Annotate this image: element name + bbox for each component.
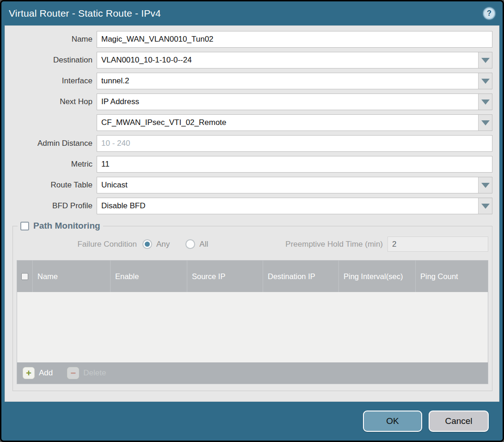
col-header-enable[interactable]: Enable xyxy=(111,261,187,292)
metric-field-wrap xyxy=(97,156,492,173)
admin-distance-label: Admin Distance xyxy=(5,139,97,148)
col-header-source-ip[interactable]: Source IP xyxy=(187,261,263,292)
add-button[interactable]: Add xyxy=(39,368,53,378)
destination-field-wrap xyxy=(97,52,492,68)
path-monitoring-checkbox[interactable] xyxy=(20,222,29,230)
chevron-down-icon xyxy=(481,183,490,188)
select-all-checkbox[interactable] xyxy=(21,273,28,280)
delete-icon: − xyxy=(67,367,79,379)
route-table-input[interactable] xyxy=(97,177,478,193)
path-monitoring-legend: Path Monitoring xyxy=(18,221,103,231)
interface-field-wrap xyxy=(97,73,492,89)
radio-option-all[interactable]: All xyxy=(185,239,208,249)
chevron-down-icon xyxy=(481,120,490,125)
next-hop-label: Next Hop xyxy=(5,97,97,106)
row-destination: Destination xyxy=(5,52,492,68)
cancel-button[interactable]: Cancel xyxy=(429,411,489,432)
interface-label: Interface xyxy=(5,76,97,86)
preemptive-hold-time-group: Preemptive Hold Time (min) xyxy=(285,237,488,252)
row-next-hop: Next Hop xyxy=(5,93,492,110)
next-hop-address-dropdown-button[interactable] xyxy=(478,115,492,131)
help-icon[interactable]: ? xyxy=(483,7,495,19)
next-hop-address-input[interactable] xyxy=(97,115,478,131)
select-all-cell xyxy=(17,261,33,292)
metric-input[interactable] xyxy=(97,156,492,172)
dialog-frame: Virtual Router - Static Route - IPv4 ? N… xyxy=(1,1,503,441)
dialog-titlebar: Virtual Router - Static Route - IPv4 ? xyxy=(1,1,503,25)
route-table-dropdown-button[interactable] xyxy=(478,177,492,193)
row-bfd-profile: BFD Profile xyxy=(5,198,492,214)
name-input[interactable] xyxy=(97,31,492,47)
next-hop-dropdown-button[interactable] xyxy=(478,94,492,110)
col-header-destination-ip[interactable]: Destination IP xyxy=(263,261,339,292)
preemptive-hold-time-input[interactable] xyxy=(387,237,488,252)
radio-option-any[interactable]: Any xyxy=(142,239,170,249)
bfd-profile-label: BFD Profile xyxy=(5,201,97,211)
next-hop-field-wrap xyxy=(97,93,492,110)
destination-dropdown-button[interactable] xyxy=(478,52,492,68)
col-header-ping-count[interactable]: Ping Count xyxy=(416,261,488,292)
add-icon[interactable]: + xyxy=(23,367,35,379)
metric-label: Metric xyxy=(5,160,97,169)
row-route-table: Route Table xyxy=(5,177,492,193)
chevron-down-icon xyxy=(481,100,490,105)
path-monitoring-label: Path Monitoring xyxy=(33,221,100,231)
table-action-bar: + Add − Delete xyxy=(17,362,488,384)
destination-input[interactable] xyxy=(97,52,478,68)
row-interface: Interface xyxy=(5,73,492,89)
ok-button[interactable]: OK xyxy=(363,411,422,432)
destination-label: Destination xyxy=(5,56,97,65)
dialog-footer: OK Cancel xyxy=(1,402,503,441)
preemptive-hold-time-label: Preemptive Hold Time (min) xyxy=(285,240,387,249)
radio-all-icon[interactable] xyxy=(185,239,195,249)
chevron-down-icon xyxy=(481,79,490,84)
row-metric: Metric xyxy=(5,156,492,173)
col-header-name[interactable]: Name xyxy=(33,261,111,292)
path-monitoring-group: Path Monitoring Failure Condition Any Al… xyxy=(12,221,492,391)
table-header-row: Name Enable Source IP Destination IP Pin… xyxy=(17,261,488,292)
failure-condition-row: Failure Condition Any All Preemptive Hol… xyxy=(17,237,488,252)
static-route-dialog: Virtual Router - Static Route - IPv4 ? N… xyxy=(0,0,504,442)
radio-any-icon[interactable] xyxy=(142,239,152,249)
interface-input[interactable] xyxy=(97,73,478,89)
row-name: Name xyxy=(5,31,492,48)
dialog-title: Virtual Router - Static Route - IPv4 xyxy=(9,8,161,19)
name-field-wrap xyxy=(97,31,492,48)
next-hop-address-field-wrap xyxy=(97,114,492,131)
name-label: Name xyxy=(5,35,97,44)
row-admin-distance: Admin Distance xyxy=(5,135,492,152)
dialog-body: Name Destination Interface xyxy=(5,25,499,402)
chevron-down-icon xyxy=(481,204,490,209)
path-monitoring-table: Name Enable Source IP Destination IP Pin… xyxy=(17,260,488,384)
col-header-ping-interval[interactable]: Ping Interval(sec) xyxy=(339,261,416,292)
admin-distance-input[interactable] xyxy=(97,136,492,151)
row-next-hop-address xyxy=(5,114,492,131)
next-hop-type-input[interactable] xyxy=(97,94,478,110)
admin-distance-field-wrap xyxy=(97,135,492,152)
route-table-field-wrap xyxy=(97,177,492,193)
table-body-empty xyxy=(17,292,488,362)
radio-all-label: All xyxy=(199,240,208,249)
failure-condition-label: Failure Condition xyxy=(17,240,142,249)
bfd-profile-field-wrap xyxy=(97,198,492,214)
bfd-profile-dropdown-button[interactable] xyxy=(478,198,492,214)
radio-any-label: Any xyxy=(156,240,170,249)
bfd-profile-input[interactable] xyxy=(97,198,478,214)
delete-button: Delete xyxy=(83,368,106,378)
route-table-label: Route Table xyxy=(5,181,97,190)
chevron-down-icon xyxy=(481,58,490,63)
interface-dropdown-button[interactable] xyxy=(478,73,492,89)
